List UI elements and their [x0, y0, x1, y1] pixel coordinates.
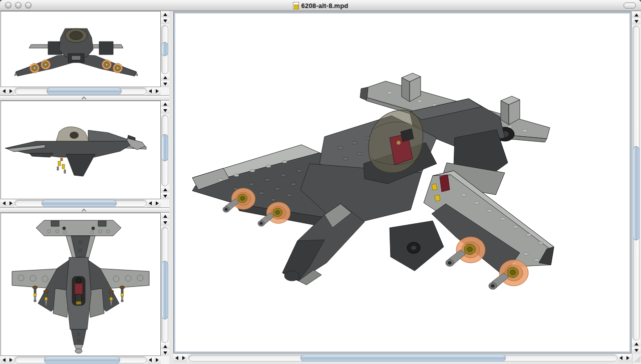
main-horizontal-scrollbar[interactable]	[173, 354, 631, 362]
side-view-pane	[1, 101, 161, 199]
scroll-left-button[interactable]	[147, 87, 154, 95]
side-view-vertical-scrollbar[interactable]	[161, 101, 169, 199]
scroll-thumb[interactable]	[300, 354, 506, 361]
scroll-down-button[interactable]	[161, 107, 169, 114]
side-view-canvas[interactable]	[1, 101, 160, 199]
model-side-view[interactable]	[5, 127, 146, 176]
scroll-up-button[interactable]	[161, 213, 169, 219]
bottom-view-horizontal-scrollbar[interactable]	[1, 356, 161, 364]
scroll-left-button[interactable]	[1, 356, 8, 364]
scroll-up-button[interactable]	[161, 74, 169, 81]
scroll-left-button[interactable]	[617, 354, 624, 362]
scroll-right-button[interactable]	[154, 356, 161, 364]
scroll-right-button[interactable]	[8, 87, 15, 95]
scroll-thumb[interactable]	[42, 200, 117, 207]
pane-splitter-2[interactable]	[0, 207, 169, 213]
scroll-right-button[interactable]	[8, 199, 15, 207]
scroll-down-button[interactable]	[161, 193, 169, 199]
scrollbar-corner	[161, 356, 169, 364]
scroll-left-button[interactable]	[1, 199, 8, 207]
scroll-right-button[interactable]	[154, 199, 161, 207]
scroll-down-button[interactable]	[161, 219, 169, 226]
scroll-up-button[interactable]	[161, 101, 169, 107]
app-window: 6208-alt-8.mpd	[0, 0, 641, 364]
scroll-down-button[interactable]	[632, 18, 640, 25]
scroll-thumb[interactable]	[47, 88, 122, 95]
scroll-right-button[interactable]	[8, 356, 15, 364]
scroll-down-button[interactable]	[161, 81, 169, 87]
scroll-thumb[interactable]	[632, 146, 639, 240]
ventral-keel[interactable]	[390, 221, 444, 271]
scroll-thumb[interactable]	[44, 356, 120, 363]
front-view-pane	[1, 11, 161, 87]
perspective-view-pane	[173, 12, 631, 353]
scrollbar-corner	[161, 199, 169, 207]
side-view-horizontal-scrollbar[interactable]	[1, 199, 161, 207]
scrollbar-corner	[161, 87, 169, 95]
document-proxy-icon[interactable]	[293, 2, 299, 10]
scroll-thumb[interactable]	[161, 42, 168, 56]
model-front-view[interactable]	[15, 29, 138, 76]
main-splitter[interactable]	[169, 11, 173, 364]
scroll-thumb[interactable]	[161, 261, 168, 319]
scroll-up-button[interactable]	[161, 186, 169, 193]
scroll-left-button[interactable]	[1, 87, 8, 95]
scroll-left-button[interactable]	[147, 199, 154, 207]
front-view-canvas[interactable]	[1, 12, 160, 87]
scroll-up-button[interactable]	[632, 340, 640, 347]
bottom-view-canvas[interactable]	[1, 213, 160, 355]
window-title: 6208-alt-8.mpd	[301, 2, 349, 10]
bottom-view-pane	[1, 213, 161, 356]
model-perspective-view[interactable]	[192, 73, 554, 289]
front-view-horizontal-scrollbar[interactable]	[1, 87, 161, 95]
toolbar-toggle-pill-button[interactable]	[623, 3, 636, 9]
perspective-view-canvas[interactable]	[175, 14, 629, 351]
scroll-right-button[interactable]	[624, 354, 631, 362]
right-engine-inner[interactable]	[446, 237, 485, 266]
scroll-right-button[interactable]	[180, 354, 187, 362]
bottom-view-vertical-scrollbar[interactable]	[161, 213, 169, 356]
scroll-up-button[interactable]	[161, 11, 169, 18]
scroll-thumb[interactable]	[161, 134, 168, 161]
scroll-up-button[interactable]	[632, 12, 640, 18]
scroll-down-button[interactable]	[161, 349, 169, 356]
front-view-vertical-scrollbar[interactable]	[161, 11, 169, 87]
title-bar[interactable]: 6208-alt-8.mpd	[0, 0, 641, 11]
scroll-left-button[interactable]	[147, 356, 154, 364]
window-resize-grip[interactable]	[632, 354, 641, 364]
scroll-right-button[interactable]	[154, 87, 161, 95]
scroll-left-button[interactable]	[173, 354, 180, 362]
pane-splitter-1[interactable]	[0, 95, 169, 101]
main-vertical-scrollbar[interactable]	[632, 12, 640, 353]
scroll-down-button[interactable]	[161, 18, 169, 24]
model-bottom-view[interactable]	[12, 220, 149, 353]
window-title-group: 6208-alt-8.mpd	[0, 1, 641, 10]
scroll-down-button[interactable]	[632, 347, 640, 353]
scroll-up-button[interactable]	[161, 343, 169, 349]
